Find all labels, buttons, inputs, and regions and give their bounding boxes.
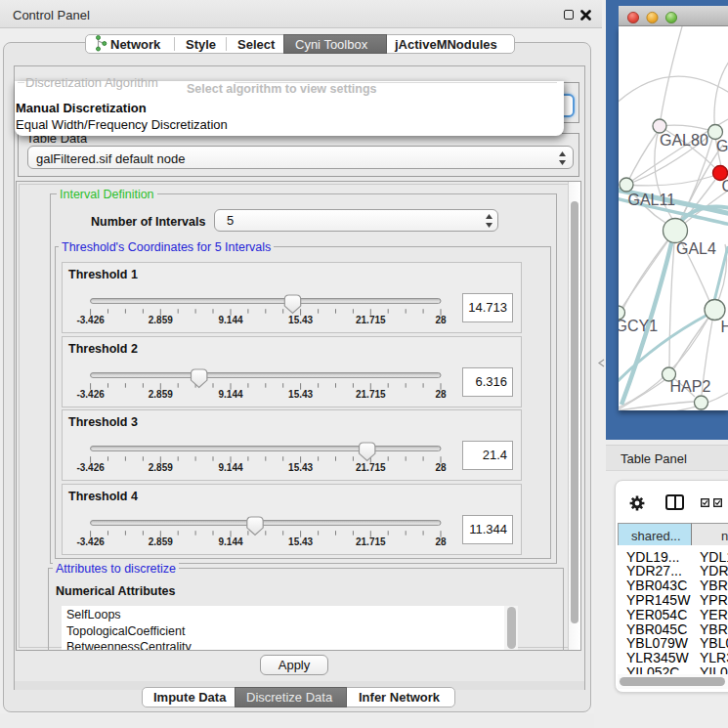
svg-text:HAP2: HAP2: [670, 378, 711, 395]
svg-text:9.144: 9.144: [218, 462, 242, 473]
svg-text:GAL80: GAL80: [660, 132, 708, 149]
svg-text:15.43: 15.43: [288, 389, 313, 400]
svg-text:15.43: 15.43: [288, 315, 313, 325]
svg-text:28: 28: [435, 462, 447, 473]
svg-text:-3.426: -3.426: [76, 389, 105, 400]
svg-text:21.715: 21.715: [356, 315, 386, 325]
svg-text:21.715: 21.715: [356, 462, 386, 473]
svg-text:GCY1: GCY1: [619, 318, 658, 334]
svg-text:CYC8: CYC8: [722, 178, 728, 194]
svg-text:28: 28: [435, 389, 447, 400]
svg-text:-3.426: -3.426: [76, 462, 105, 473]
svg-text:GAL4: GAL4: [676, 240, 716, 257]
svg-text:2.859: 2.859: [149, 315, 173, 325]
svg-text:-3.426: -3.426: [76, 315, 105, 325]
svg-text:28: 28: [435, 315, 447, 325]
svg-text:9.144: 9.144: [218, 536, 242, 547]
svg-text:21.715: 21.715: [356, 389, 386, 400]
svg-text:15.43: 15.43: [288, 462, 313, 473]
svg-text:GAL11: GAL11: [628, 192, 676, 208]
svg-text:9.144: 9.144: [218, 389, 242, 400]
svg-text:HAP4: HAP4: [721, 319, 728, 335]
svg-text:-3.426: -3.426: [76, 536, 105, 547]
svg-text:2.859: 2.859: [149, 462, 173, 473]
svg-text:15.43: 15.43: [288, 536, 313, 547]
svg-text:2.859: 2.859: [149, 536, 173, 547]
svg-text:2.859: 2.859: [149, 389, 173, 400]
svg-text:9.144: 9.144: [218, 315, 242, 325]
svg-text:28: 28: [435, 536, 447, 547]
svg-text:21.715: 21.715: [356, 536, 386, 547]
svg-text:GAL3: GAL3: [716, 138, 728, 154]
